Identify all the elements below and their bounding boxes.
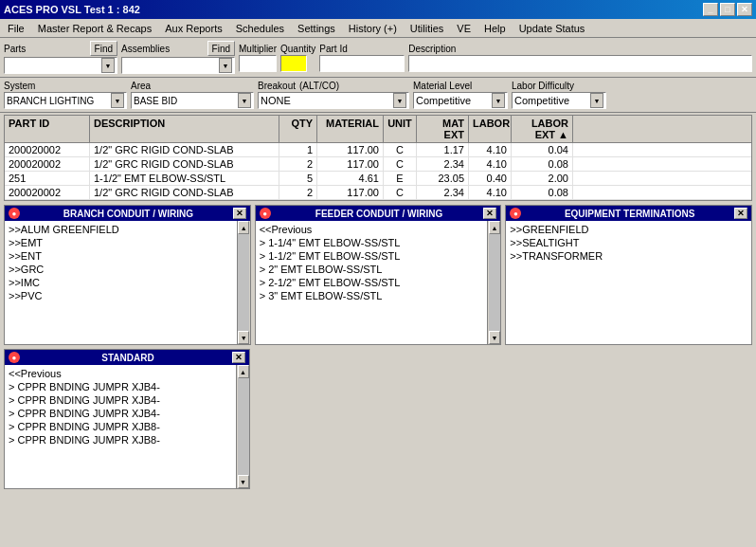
td-unit-2: E	[384, 172, 417, 185]
list-item[interactable]: > CPPR BNDING JUMPR XJB8-	[7, 420, 247, 433]
area-dropdown[interactable]: BASE BID ▼	[131, 92, 254, 109]
material-dropdown-arrow[interactable]: ▼	[492, 93, 505, 108]
area-dropdown-arrow[interactable]: ▼	[238, 93, 251, 108]
assemblies-field-group: Assemblies Find ▼	[121, 41, 235, 74]
menu-help[interactable]: Help	[478, 21, 512, 36]
window-controls: _ □ ✕	[703, 3, 752, 16]
panel-equipment-terminations-title: EQUIPMENT TERMINATIONS	[565, 209, 695, 219]
scroll-up-btn[interactable]: ▲	[238, 221, 249, 234]
td-material-0: 117.00	[317, 143, 384, 156]
maximize-button[interactable]: □	[720, 3, 735, 16]
menu-file[interactable]: File	[2, 21, 30, 36]
list-item[interactable]: > 1-1/4" EMT ELBOW-SS/STL	[258, 236, 499, 249]
parts-label: Parts	[4, 44, 26, 54]
list-item[interactable]: >>GREENFIELD	[508, 223, 749, 236]
list-item[interactable]: > 1-1/2" EMT ELBOW-SS/STL	[258, 249, 499, 263]
list-item[interactable]: > CPPR BNDING JUMPR XJB4-	[7, 380, 247, 393]
list-item[interactable]: >>SEALTIGHT	[508, 236, 749, 249]
parts-dropdown[interactable]: ▼	[4, 57, 117, 74]
system-dropdown-arrow[interactable]: ▼	[111, 93, 124, 108]
multiplier-input[interactable]	[239, 55, 277, 72]
td-material-3: 117.00	[317, 186, 384, 199]
menu-history[interactable]: History (+)	[343, 21, 403, 36]
menu-ve[interactable]: VE	[451, 21, 477, 36]
list-item[interactable]: >>GRC	[7, 263, 248, 276]
panel-standard-scrollbar[interactable]: ▲ ▼	[236, 365, 249, 488]
filter-row: System BRANCH LIGHTING ▼ Area BASE BID ▼…	[0, 78, 756, 113]
scroll-track	[238, 234, 249, 331]
table-row[interactable]: 200020002 1/2" GRC RIGID COND-SLAB 1 117…	[5, 143, 751, 157]
quantity-input[interactable]	[280, 55, 307, 72]
td-material-1: 117.00	[317, 157, 384, 171]
scroll-up-btn[interactable]: ▲	[238, 365, 249, 378]
panel-branch-conduit-close[interactable]: ✕	[233, 208, 246, 219]
description-label: Description	[408, 44, 752, 54]
panel-branch-conduit-content: >>ALUM GREENFIELD >>EMT >>ENT >>GRC >>IM…	[5, 221, 250, 344]
parts-dropdown-arrow[interactable]: ▼	[101, 58, 115, 73]
labor-dropdown[interactable]: Competitive ▼	[512, 92, 606, 109]
list-item[interactable]: > 3" EMT ELBOW-SS/STL	[258, 289, 499, 302]
th-material: MATERIAL	[317, 116, 384, 142]
td-matext-0: 1.17	[417, 143, 469, 156]
panel-feeder-conduit-close[interactable]: ✕	[483, 208, 496, 219]
description-input[interactable]	[408, 55, 752, 72]
list-item[interactable]: >>ENT	[7, 249, 248, 263]
partid-label: Part Id	[319, 44, 405, 54]
list-item[interactable]: >>ALUM GREENFIELD	[7, 223, 248, 236]
list-item[interactable]: > CPPR BNDING JUMPR XJB4-	[7, 393, 247, 407]
scroll-up-btn[interactable]: ▲	[489, 221, 500, 234]
list-item[interactable]: > CPPR BNDING JUMPR XJB8-	[7, 433, 247, 447]
labor-dropdown-arrow[interactable]: ▼	[590, 93, 603, 108]
panel-standard-icon: ●	[9, 352, 20, 363]
list-item[interactable]: >>IMC	[7, 276, 248, 289]
partid-field-group: Part Id	[319, 44, 405, 72]
menu-utilities[interactable]: Utilities	[405, 21, 449, 36]
parts-find-button[interactable]: Find	[90, 41, 117, 56]
panel-standard-close[interactable]: ✕	[232, 352, 245, 363]
menu-schedules[interactable]: Schedules	[230, 21, 290, 36]
breakout-value: NONE	[261, 95, 291, 106]
scroll-down-btn[interactable]: ▼	[238, 475, 249, 488]
list-item[interactable]: <<Previous	[258, 223, 499, 236]
assemblies-find-button[interactable]: Find	[207, 41, 235, 56]
list-item[interactable]: > CPPR BNDING JUMPR XJB4-	[7, 407, 247, 420]
partid-input[interactable]	[319, 55, 405, 72]
td-labor-2: 0.40	[469, 172, 512, 185]
menu-update-status[interactable]: Update Status	[513, 21, 591, 36]
td-partid-2: 251	[5, 172, 90, 185]
minimize-button[interactable]: _	[703, 3, 718, 16]
system-dropdown[interactable]: BRANCH LIGHTING ▼	[4, 92, 127, 109]
table-row[interactable]: 251 1-1/2" EMT ELBOW-SS/STL 5 4.61 E 23.…	[5, 172, 751, 186]
list-item[interactable]: >>EMT	[7, 236, 248, 249]
panel-equipment-terminations-close[interactable]: ✕	[734, 208, 747, 219]
panel-feeder-conduit: ● FEEDER CONDUIT / WIRING ✕ <<Previous >…	[255, 205, 502, 345]
panel-branch-scrollbar[interactable]: ▲ ▼	[237, 221, 250, 344]
breakout-dropdown[interactable]: NONE ▼	[258, 92, 409, 109]
close-button[interactable]: ✕	[737, 3, 752, 16]
material-dropdown[interactable]: Competitive ▼	[413, 92, 508, 109]
list-item[interactable]: > 2" EMT ELBOW-SS/STL	[258, 263, 499, 276]
td-laborext-0: 0.04	[512, 143, 573, 156]
scroll-down-btn[interactable]: ▼	[489, 331, 500, 344]
list-item[interactable]: <<Previous	[7, 367, 247, 380]
panel-standard-header: ● STANDARD ✕	[5, 350, 249, 365]
assemblies-dropdown-arrow[interactable]: ▼	[219, 58, 232, 73]
breakout-dropdown-arrow[interactable]: ▼	[393, 93, 406, 108]
td-unit-0: C	[384, 143, 417, 156]
table-row[interactable]: 200020002 1/2" GRC RIGID COND-SLAB 2 117…	[5, 157, 751, 172]
assemblies-dropdown[interactable]: ▼	[121, 57, 235, 74]
scroll-down-btn[interactable]: ▼	[238, 331, 249, 344]
td-qty-0: 1	[279, 143, 317, 156]
list-item[interactable]: > 2-1/2" EMT ELBOW-SS/STL	[258, 276, 499, 289]
table-row[interactable]: 200020002 1/2" GRC RIGID COND-SLAB 2 117…	[5, 186, 751, 200]
panels-row: ● BRANCH CONDUIT / WIRING ✕ >>ALUM GREEN…	[4, 205, 752, 345]
th-partid: PART ID	[5, 116, 90, 142]
menu-aux-reports[interactable]: Aux Reports	[159, 21, 228, 36]
quantity-field-group: Quantity	[280, 44, 315, 72]
list-item[interactable]: >>TRANSFORMER	[508, 249, 749, 263]
panel-feeder-scrollbar[interactable]: ▲ ▼	[487, 221, 500, 344]
menu-settings[interactable]: Settings	[292, 21, 341, 36]
list-item[interactable]: >>PVC	[7, 289, 248, 302]
labor-label: Labor Difficulty	[512, 81, 606, 91]
menu-master-report[interactable]: Master Report & Recaps	[32, 21, 157, 36]
